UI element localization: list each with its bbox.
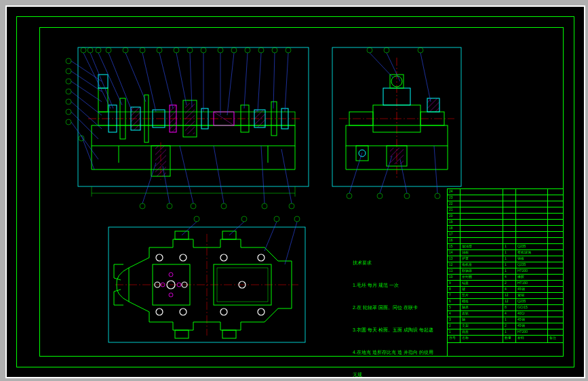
bom-row: 18	[448, 226, 563, 232]
svg-point-138	[220, 308, 227, 315]
bom-row: 14油标1有机玻璃	[448, 250, 563, 256]
svg-line-58	[261, 146, 264, 203]
bom-row: 5轴承8GCr15	[448, 305, 563, 311]
svg-point-61	[87, 47, 93, 53]
svg-rect-109	[356, 146, 368, 161]
svg-line-42	[244, 53, 248, 108]
svg-line-48	[71, 81, 102, 102]
svg-line-34	[125, 53, 146, 102]
svg-line-45	[285, 53, 288, 112]
svg-point-64	[123, 47, 128, 53]
svg-point-144	[169, 293, 173, 297]
svg-point-155	[194, 216, 199, 222]
svg-point-139	[258, 308, 264, 315]
svg-point-62	[96, 47, 101, 53]
bom-row: 21	[448, 207, 563, 214]
bom-row: 15放油塞1Q235	[448, 244, 563, 250]
svg-line-50	[71, 102, 102, 129]
bom-row: 9端盖2HT150	[448, 281, 563, 287]
bom-row: 2支架245钢	[448, 323, 563, 329]
notes-line: 2.在 轮辐罩 国面。同位 在联卡	[353, 304, 433, 311]
svg-point-71	[231, 47, 237, 53]
svg-point-74	[272, 47, 277, 53]
bom-header: 序号名称数量材料备注	[448, 336, 563, 343]
svg-line-41	[227, 53, 234, 115]
svg-line-59	[281, 149, 292, 203]
svg-rect-15	[170, 105, 176, 132]
svg-line-56	[180, 146, 193, 203]
svg-rect-22	[254, 110, 265, 127]
svg-line-151	[182, 222, 197, 235]
view-front	[66, 47, 309, 209]
svg-point-84	[140, 203, 145, 209]
svg-point-119	[384, 47, 389, 53]
svg-point-85	[167, 203, 172, 209]
svg-point-81	[66, 109, 71, 115]
svg-point-60	[81, 47, 86, 53]
bom-row: 17	[448, 232, 563, 238]
svg-line-37	[176, 53, 187, 105]
svg-point-134	[180, 308, 187, 315]
svg-point-110	[359, 150, 366, 157]
svg-point-131	[156, 254, 163, 261]
notes-line: 4.在地克 造所存比克 造 并指向 的使用	[353, 348, 433, 356]
svg-line-36	[159, 53, 173, 108]
svg-line-116	[400, 159, 407, 193]
svg-point-137	[258, 254, 264, 261]
svg-point-88	[262, 203, 267, 209]
svg-point-70	[218, 47, 223, 53]
svg-point-124	[435, 193, 440, 199]
svg-point-121	[347, 193, 352, 199]
bom-row: 3轴145钢	[448, 317, 563, 323]
svg-point-136	[220, 254, 227, 261]
svg-line-115	[380, 156, 392, 193]
svg-point-79	[66, 89, 71, 94]
bom-row: 20	[448, 214, 563, 220]
svg-point-76	[66, 58, 71, 64]
svg-rect-149	[175, 330, 189, 338]
bom-row: 11联轴器1HT200	[448, 268, 563, 275]
notes-line: 1.毛坯 每月 规范 一次	[353, 281, 433, 289]
svg-line-57	[214, 146, 224, 203]
svg-point-68	[187, 47, 193, 53]
bom-row: 12电机座1Q235	[448, 262, 563, 268]
svg-point-67	[174, 47, 179, 53]
technical-notes: 技术要求 1.毛坯 每月 规范 一次 2.在 轮辐罩 国面。同位 在联卡 3.衣…	[353, 244, 433, 381]
svg-point-80	[66, 99, 71, 104]
svg-point-78	[66, 79, 71, 84]
svg-line-52	[71, 122, 98, 159]
svg-point-120	[418, 47, 423, 53]
svg-line-30	[83, 53, 111, 108]
svg-line-53	[81, 136, 94, 169]
svg-point-143	[169, 273, 173, 277]
notes-line: 3.衣圆 每天 检面。五面 成陶设 每起递	[353, 326, 433, 334]
svg-point-133	[156, 308, 163, 315]
svg-point-86	[191, 203, 196, 209]
bom-row: 19	[448, 220, 563, 226]
bom-row: 13护罩1钢板	[448, 256, 563, 262]
svg-line-43	[258, 53, 261, 112]
view-side	[332, 47, 461, 199]
svg-rect-150	[222, 330, 236, 338]
svg-point-63	[106, 47, 111, 53]
svg-line-153	[264, 222, 277, 251]
svg-line-54	[142, 163, 156, 203]
view-plan	[109, 216, 305, 342]
svg-point-132	[180, 254, 187, 261]
bom-row: 22	[448, 201, 563, 207]
bom-row: 16	[448, 238, 563, 244]
svg-point-77	[66, 68, 71, 74]
title-block: 24 23 22 21 20 19 18 17 16 15放油塞1Q235 14…	[447, 188, 564, 357]
svg-rect-106	[427, 98, 439, 112]
svg-point-156	[241, 216, 247, 222]
svg-line-46	[71, 61, 102, 81]
svg-line-49	[71, 92, 102, 115]
cad-canvas: 技术要求 1.毛坯 每月 规范 一次 2.在 轮辐罩 国面。同位 在联卡 3.衣…	[5, 5, 585, 378]
bom-row: 6螺栓12Q235	[448, 299, 563, 305]
svg-point-66	[157, 47, 162, 53]
bom-row: 4齿轮440Cr	[448, 311, 563, 317]
svg-line-113	[420, 53, 431, 102]
svg-point-69	[201, 47, 206, 53]
notes-line: 无规	[353, 371, 433, 378]
svg-line-31	[90, 53, 113, 108]
